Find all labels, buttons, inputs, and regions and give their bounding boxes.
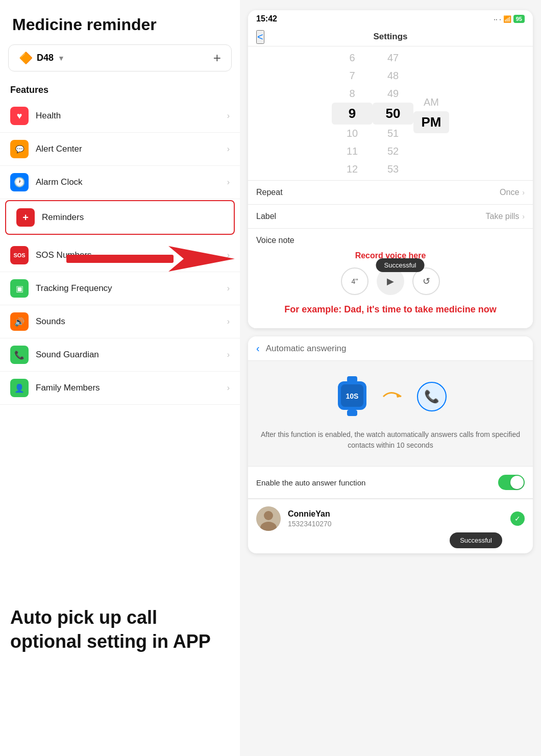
alert-icon: 💬 (10, 140, 29, 158)
minute-item: 52 (373, 142, 413, 160)
hour-item: 12 (332, 160, 373, 178)
svg-marker-0 (168, 246, 235, 272)
hour-item: 7 (332, 67, 373, 85)
toggle-knob (510, 476, 524, 489)
chevron-right-icon: › (227, 317, 230, 326)
settings-nav: < Settings (248, 28, 533, 46)
auto-answer-arrow-icon (381, 386, 406, 409)
device-name: D48 (37, 53, 54, 63)
chevron-right-icon: › (227, 144, 230, 154)
enable-auto-answer-row[interactable]: Enable the auto answer function (248, 466, 533, 498)
auto-answer-toggle[interactable] (498, 475, 525, 490)
signal-icon: ·· · (494, 15, 501, 23)
wifi-icon: 📶 (503, 15, 511, 23)
minute-column[interactable]: 47 48 49 50 51 52 53 (373, 49, 413, 178)
settings-title: Settings (373, 32, 407, 42)
chevron-right-icon: › (227, 111, 230, 120)
illustration-icons: 10S 📞 (334, 376, 447, 419)
svg-text:10S: 10S (346, 392, 359, 400)
bottom-line1: Auto pick up calloptional setting in APP (10, 606, 225, 654)
repeat-label: Repeat (256, 188, 500, 197)
status-time: 15:42 (256, 14, 277, 23)
health-icon: ♥ (10, 107, 29, 125)
hour-item: 6 (332, 49, 373, 67)
family-icon: 👤 (10, 379, 29, 397)
tracking-icon: ▣ (10, 279, 29, 298)
reminders-icon: + (16, 208, 35, 227)
sidebar-item-label: Family Members (36, 383, 227, 393)
sidebar-item-label: Health (36, 111, 227, 121)
sidebar-item-alarm[interactable]: 🕐 Alarm Clock › (0, 166, 240, 199)
sidebar-item-alert[interactable]: 💬 Alert Center › (0, 133, 240, 166)
bottom-caption: Auto pick up calloptional setting in APP (10, 606, 225, 654)
hour-column[interactable]: 6 7 8 9 10 11 12 (332, 49, 373, 178)
minute-item: 47 (373, 49, 413, 67)
sidebar-item-reminders[interactable]: + Reminders (5, 200, 235, 235)
svg-rect-1 (66, 255, 174, 263)
annotation-arrow (66, 243, 235, 276)
contact-info: ConnieYan 15323410270 (288, 509, 510, 528)
sidebar-item-family[interactable]: 👤 Family Members › (0, 372, 240, 405)
chevron-right-icon: › (227, 350, 230, 359)
example-text: For example: Dad, it's time to take medi… (256, 300, 525, 321)
illustration-description: After this function is enabled, the watc… (258, 429, 523, 451)
time-picker[interactable]: 6 7 8 9 10 11 12 47 48 49 50 51 52 53 AM… (248, 46, 533, 180)
sidebar-item-health[interactable]: ♥ Health › (0, 100, 240, 133)
svg-point-11 (264, 511, 273, 520)
sidebar-item-label: Sound Guardian (36, 350, 227, 360)
chevron-down-icon: ▼ (58, 54, 65, 62)
device-info: 🔶 D48 ▼ (19, 52, 65, 65)
back-button[interactable]: < (256, 30, 264, 44)
chevron-right-icon: › (522, 212, 525, 221)
label-row[interactable]: Label Take pills › (248, 204, 533, 228)
chevron-right-icon: › (227, 178, 230, 187)
repeat-value: Once (500, 188, 519, 197)
alarm-icon: 🕐 (10, 173, 29, 191)
add-device-button[interactable]: + (213, 50, 221, 66)
hour-item: 10 (332, 125, 373, 142)
repeat-row[interactable]: Repeat Once › (248, 180, 533, 204)
minute-item: 49 (373, 85, 413, 103)
chevron-right-icon: › (227, 284, 230, 293)
success-tooltip: Successful (376, 258, 425, 272)
soundguard-icon: 📞 (10, 346, 29, 364)
minute-item: 53 (373, 160, 413, 178)
hour-item-selected: 9 (332, 103, 373, 125)
label-value: Take pills (486, 212, 520, 221)
hour-item: 8 (332, 85, 373, 103)
enable-label: Enable the auto answer function (256, 478, 498, 487)
status-icons: ·· · 📶 95 (494, 15, 525, 23)
contact-row[interactable]: ConnieYan 15323410270 ✓ Successful (248, 499, 533, 538)
sidebar-item-soundguard[interactable]: 📞 Sound Guardian › (0, 338, 240, 372)
auto-answer-nav: ‹ Automatic answering (248, 336, 533, 361)
back-button[interactable]: ‹ (256, 343, 260, 354)
avatar (256, 506, 281, 531)
features-label: Features (0, 80, 240, 100)
device-avatar-icon: 🔶 (19, 52, 33, 65)
hour-item: 11 (332, 142, 373, 160)
sidebar-item-label: Sounds (36, 316, 227, 327)
auto-answer-title: Automatic answering (266, 344, 347, 354)
pm-item-selected: PM (413, 111, 449, 133)
sidebar-item-tracking[interactable]: ▣ Tracking Frequency › (0, 272, 240, 305)
am-item: AM (413, 93, 449, 111)
ampm-column[interactable]: AM PM (413, 48, 449, 178)
voice-note-label: Voice note (256, 236, 525, 245)
phone-illustration-icon: 📞 (416, 381, 447, 414)
top-phone-screen: 15:42 ·· · 📶 95 < Settings 6 7 8 9 10 11… (248, 10, 533, 328)
success-tooltip-bottom: Successful (450, 532, 502, 548)
svg-rect-4 (347, 410, 357, 416)
contact-phone: 15323410270 (288, 520, 510, 528)
bottom-phone-screen: ‹ Automatic answering 10S (248, 336, 533, 553)
device-header: 🔶 D48 ▼ + (8, 44, 232, 71)
label-field-label: Label (256, 212, 486, 221)
sidebar-item-sounds[interactable]: 🔊 Sounds › (0, 305, 240, 338)
sidebar-item-label: Alert Center (36, 144, 227, 154)
voice-note-section: Voice note Record voice here Successful … (248, 228, 533, 328)
voice-note-controls: Successful 4'' ▶ ↺ (256, 262, 525, 300)
contact-selected-checkmark: ✓ (510, 511, 525, 526)
sos-icon: SOS (10, 246, 29, 264)
sidebar-item-label: Alarm Clock (36, 177, 227, 187)
chevron-right-icon: › (522, 188, 525, 197)
sidebar-item-label: Reminders (42, 212, 224, 223)
